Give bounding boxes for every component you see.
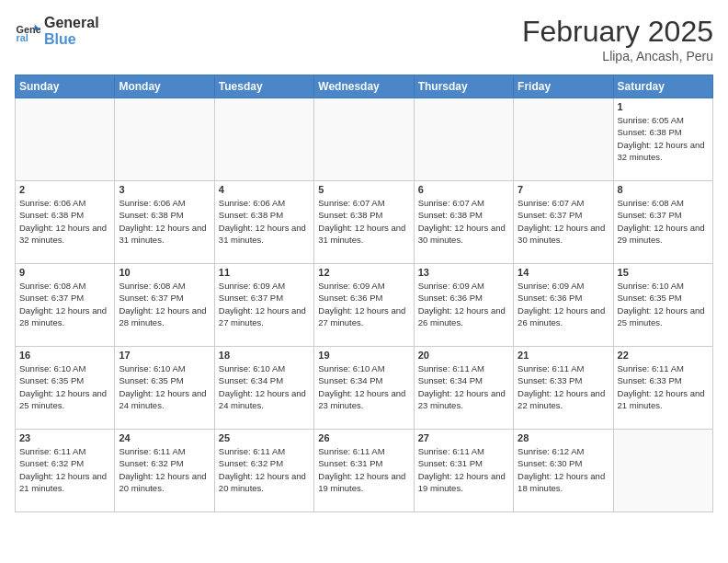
- calendar-body: 1Sunrise: 6:05 AM Sunset: 6:38 PM Daylig…: [16, 98, 713, 512]
- day-info: Sunrise: 6:09 AM Sunset: 6:36 PM Dayligh…: [518, 280, 609, 328]
- calendar-cell: 7Sunrise: 6:07 AM Sunset: 6:37 PM Daylig…: [514, 181, 613, 264]
- calendar-cell: 15Sunrise: 6:10 AM Sunset: 6:35 PM Dayli…: [613, 264, 712, 347]
- calendar-cell: 3Sunrise: 6:06 AM Sunset: 6:38 PM Daylig…: [115, 181, 214, 264]
- day-number: 23: [19, 432, 110, 443]
- calendar-cell: 2Sunrise: 6:06 AM Sunset: 6:38 PM Daylig…: [16, 181, 115, 264]
- month-title: February 2025: [522, 15, 713, 49]
- title-area: February 2025 Llipa, Ancash, Peru: [522, 15, 713, 63]
- calendar-cell: 5Sunrise: 6:07 AM Sunset: 6:38 PM Daylig…: [314, 181, 414, 264]
- calendar-cell: [115, 98, 214, 181]
- calendar-cell: [214, 98, 313, 181]
- header: Gene ral General Blue February 2025 Llip…: [15, 15, 713, 63]
- day-number: 25: [219, 432, 310, 443]
- day-info: Sunrise: 6:10 AM Sunset: 6:34 PM Dayligh…: [318, 362, 409, 411]
- calendar-cell: [514, 98, 613, 181]
- calendar-cell: 11Sunrise: 6:09 AM Sunset: 6:37 PM Dayli…: [214, 264, 313, 347]
- day-number: 21: [518, 350, 609, 361]
- calendar-cell: [16, 98, 115, 181]
- calendar-cell: 1Sunrise: 6:05 AM Sunset: 6:38 PM Daylig…: [613, 98, 712, 181]
- week-row-3: 16Sunrise: 6:10 AM Sunset: 6:35 PM Dayli…: [16, 347, 713, 430]
- day-number: 20: [418, 350, 509, 361]
- day-number: 18: [219, 350, 310, 361]
- day-number: 11: [219, 267, 310, 278]
- calendar-cell: 8Sunrise: 6:08 AM Sunset: 6:37 PM Daylig…: [613, 181, 712, 264]
- day-info: Sunrise: 6:07 AM Sunset: 6:38 PM Dayligh…: [418, 197, 509, 246]
- calendar-cell: 16Sunrise: 6:10 AM Sunset: 6:35 PM Dayli…: [16, 347, 115, 430]
- calendar-cell: 22Sunrise: 6:11 AM Sunset: 6:33 PM Dayli…: [613, 347, 712, 430]
- calendar-cell: 12Sunrise: 6:09 AM Sunset: 6:36 PM Dayli…: [314, 264, 414, 347]
- day-info: Sunrise: 6:08 AM Sunset: 6:37 PM Dayligh…: [618, 197, 709, 246]
- day-info: Sunrise: 6:06 AM Sunset: 6:38 PM Dayligh…: [19, 197, 110, 246]
- day-info: Sunrise: 6:10 AM Sunset: 6:35 PM Dayligh…: [19, 362, 110, 411]
- day-info: Sunrise: 6:10 AM Sunset: 6:35 PM Dayligh…: [119, 362, 210, 411]
- day-number: 10: [119, 267, 210, 278]
- week-row-1: 2Sunrise: 6:06 AM Sunset: 6:38 PM Daylig…: [16, 181, 713, 264]
- calendar-cell: 27Sunrise: 6:11 AM Sunset: 6:31 PM Dayli…: [414, 430, 513, 512]
- day-number: 8: [618, 184, 709, 195]
- calendar-cell: 6Sunrise: 6:07 AM Sunset: 6:38 PM Daylig…: [414, 181, 513, 264]
- day-number: 15: [618, 267, 709, 278]
- location-subtitle: Llipa, Ancash, Peru: [522, 49, 713, 63]
- day-info: Sunrise: 6:11 AM Sunset: 6:33 PM Dayligh…: [518, 362, 609, 411]
- logo-icon: Gene ral: [15, 18, 40, 44]
- day-info: Sunrise: 6:11 AM Sunset: 6:32 PM Dayligh…: [119, 445, 210, 494]
- day-info: Sunrise: 6:11 AM Sunset: 6:34 PM Dayligh…: [418, 362, 509, 411]
- day-number: 24: [119, 432, 210, 443]
- day-number: 5: [318, 184, 409, 195]
- day-header-monday: Monday: [115, 75, 214, 98]
- calendar-cell: 18Sunrise: 6:10 AM Sunset: 6:34 PM Dayli…: [214, 347, 313, 430]
- day-info: Sunrise: 6:09 AM Sunset: 6:36 PM Dayligh…: [418, 280, 509, 328]
- day-info: Sunrise: 6:07 AM Sunset: 6:37 PM Dayligh…: [518, 197, 609, 246]
- calendar-cell: 14Sunrise: 6:09 AM Sunset: 6:36 PM Dayli…: [514, 264, 613, 347]
- day-info: Sunrise: 6:09 AM Sunset: 6:37 PM Dayligh…: [219, 280, 310, 328]
- day-header-friday: Friday: [514, 75, 613, 98]
- day-number: 13: [418, 267, 509, 278]
- day-number: 6: [418, 184, 509, 195]
- day-info: Sunrise: 6:10 AM Sunset: 6:34 PM Dayligh…: [219, 362, 310, 411]
- logo: Gene ral General Blue: [15, 15, 99, 47]
- day-info: Sunrise: 6:08 AM Sunset: 6:37 PM Dayligh…: [19, 280, 110, 328]
- day-header-sunday: Sunday: [16, 75, 115, 98]
- day-number: 12: [318, 267, 409, 278]
- logo-line1: General: [44, 15, 99, 31]
- calendar-cell: 4Sunrise: 6:06 AM Sunset: 6:38 PM Daylig…: [214, 181, 313, 264]
- day-header-thursday: Thursday: [414, 75, 513, 98]
- day-info: Sunrise: 6:11 AM Sunset: 6:32 PM Dayligh…: [219, 445, 310, 494]
- calendar-cell: 26Sunrise: 6:11 AM Sunset: 6:31 PM Dayli…: [314, 430, 414, 512]
- day-info: Sunrise: 6:09 AM Sunset: 6:36 PM Dayligh…: [318, 280, 409, 328]
- day-number: 17: [119, 350, 210, 361]
- day-info: Sunrise: 6:06 AM Sunset: 6:38 PM Dayligh…: [119, 197, 210, 246]
- calendar-cell: 23Sunrise: 6:11 AM Sunset: 6:32 PM Dayli…: [16, 430, 115, 512]
- week-row-0: 1Sunrise: 6:05 AM Sunset: 6:38 PM Daylig…: [16, 98, 713, 181]
- week-row-4: 23Sunrise: 6:11 AM Sunset: 6:32 PM Dayli…: [16, 430, 713, 512]
- day-number: 1: [618, 101, 709, 112]
- calendar-table: SundayMondayTuesdayWednesdayThursdayFrid…: [15, 75, 713, 512]
- day-number: 27: [418, 432, 509, 443]
- calendar-cell: 19Sunrise: 6:10 AM Sunset: 6:34 PM Dayli…: [314, 347, 414, 430]
- svg-text:ral: ral: [17, 31, 28, 42]
- day-info: Sunrise: 6:11 AM Sunset: 6:33 PM Dayligh…: [618, 362, 709, 411]
- calendar-cell: [613, 430, 712, 512]
- day-info: Sunrise: 6:06 AM Sunset: 6:38 PM Dayligh…: [219, 197, 310, 246]
- day-number: 9: [19, 267, 110, 278]
- calendar-cell: 20Sunrise: 6:11 AM Sunset: 6:34 PM Dayli…: [414, 347, 513, 430]
- day-info: Sunrise: 6:11 AM Sunset: 6:31 PM Dayligh…: [318, 445, 409, 494]
- day-number: 14: [518, 267, 609, 278]
- calendar-cell: 17Sunrise: 6:10 AM Sunset: 6:35 PM Dayli…: [115, 347, 214, 430]
- logo-line2: Blue: [44, 31, 99, 48]
- day-number: 28: [518, 432, 609, 443]
- week-row-2: 9Sunrise: 6:08 AM Sunset: 6:37 PM Daylig…: [16, 264, 713, 347]
- day-number: 26: [318, 432, 409, 443]
- day-number: 22: [618, 350, 709, 361]
- calendar-cell: [414, 98, 513, 181]
- day-info: Sunrise: 6:08 AM Sunset: 6:37 PM Dayligh…: [119, 280, 210, 328]
- day-header-saturday: Saturday: [613, 75, 712, 98]
- calendar-cell: 21Sunrise: 6:11 AM Sunset: 6:33 PM Dayli…: [514, 347, 613, 430]
- day-info: Sunrise: 6:07 AM Sunset: 6:38 PM Dayligh…: [318, 197, 409, 246]
- day-number: 16: [19, 350, 110, 361]
- calendar-cell: 10Sunrise: 6:08 AM Sunset: 6:37 PM Dayli…: [115, 264, 214, 347]
- calendar-cell: [314, 98, 414, 181]
- calendar-cell: 13Sunrise: 6:09 AM Sunset: 6:36 PM Dayli…: [414, 264, 513, 347]
- calendar-cell: 25Sunrise: 6:11 AM Sunset: 6:32 PM Dayli…: [214, 430, 313, 512]
- calendar-cell: 24Sunrise: 6:11 AM Sunset: 6:32 PM Dayli…: [115, 430, 214, 512]
